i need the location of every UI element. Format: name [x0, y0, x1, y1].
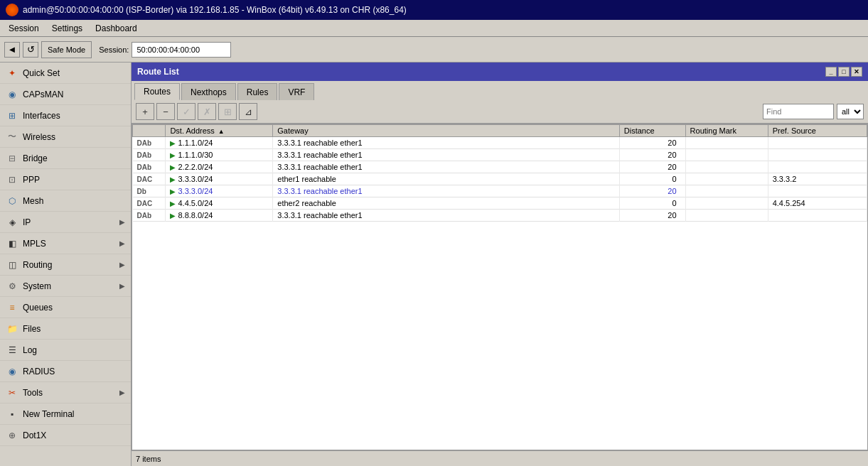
sidebar-label-quick-set: Quick Set — [23, 68, 125, 78]
sidebar-item-routing[interactable]: ◫Routing▶ — [0, 254, 131, 276]
cell-dst: ▶ 3.3.3.0/24 — [166, 185, 273, 197]
route-table: Dst. Address ▲GatewayDistanceRouting Mar… — [132, 124, 868, 450]
tab-routes[interactable]: Routes — [134, 83, 180, 100]
cell-flag: DAb — [133, 161, 166, 173]
cell-distance: 20 — [619, 210, 685, 222]
back-button[interactable]: ◄ — [4, 42, 20, 58]
safe-mode-button[interactable]: Safe Mode — [41, 41, 92, 58]
cell-pref-source — [768, 185, 867, 197]
sidebar-item-bridge[interactable]: ⊟Bridge — [0, 148, 131, 169]
status-text: 7 items — [136, 455, 161, 463]
filter-button[interactable]: ⊿ — [239, 103, 257, 120]
close-button[interactable]: ✕ — [851, 67, 862, 77]
sidebar-item-log[interactable]: ☰Log — [0, 340, 131, 361]
table-row[interactable]: DAC▶ 3.3.3.0/24ether1 reachable03.3.3.2 — [133, 173, 867, 185]
table-row[interactable]: DAC▶ 4.4.5.0/24ether2 reachable04.4.5.25… — [133, 197, 867, 210]
sidebar-item-mesh[interactable]: ⬡Mesh — [0, 190, 131, 212]
menu-settings[interactable]: Settings — [46, 22, 88, 35]
sidebar-label-capsman: CAPsMAN — [23, 90, 125, 99]
title-bar: admin@50:00:00:04:00:00 (ISP-Border) via… — [0, 0, 868, 20]
sidebar-item-new-terminal[interactable]: ▪New Terminal — [0, 403, 131, 425]
ip-icon: ◈ — [6, 216, 18, 229]
col-routing-mark: Routing Mark — [685, 125, 768, 137]
sidebar-item-ppp[interactable]: ⊡PPP — [0, 169, 131, 190]
sidebar-label-wireless: Wireless — [23, 132, 125, 142]
cell-gateway: 3.3.3.1 reachable ether1 — [273, 161, 619, 173]
cell-pref-source — [768, 210, 867, 222]
sidebar-item-mpls[interactable]: ◧MPLS▶ — [0, 233, 131, 254]
sidebar-label-dot1x: Dot1X — [23, 430, 125, 440]
submenu-arrow-routing: ▶ — [119, 261, 125, 269]
cell-gateway: ether1 reachable — [273, 173, 619, 185]
sidebar-label-interfaces: Interfaces — [23, 111, 125, 121]
cell-flag: DAC — [133, 197, 166, 210]
disable-button[interactable]: ✗ — [198, 103, 216, 120]
maximize-button[interactable]: □ — [838, 67, 850, 77]
cell-flag: DAb — [133, 210, 166, 222]
mpls-icon: ◧ — [6, 237, 18, 250]
sidebar-item-system[interactable]: ⚙System▶ — [0, 276, 131, 297]
cell-gateway: 3.3.3.1 reachable ether1 — [273, 185, 619, 197]
table-row[interactable]: DAb▶ 2.2.2.0/243.3.3.1 reachable ether12… — [133, 161, 867, 173]
sidebar-label-routing: Routing — [23, 260, 115, 270]
sidebar-item-dot1x[interactable]: ⊕Dot1X — [0, 425, 131, 446]
action-bar: +−✓✗⊞⊿ all — [132, 100, 868, 124]
sidebar-item-queues[interactable]: ≡Queues — [0, 297, 131, 318]
mesh-icon: ⬡ — [6, 195, 18, 207]
remove-button[interactable]: − — [156, 103, 175, 120]
sidebar-item-radius[interactable]: ◉RADIUS — [0, 361, 131, 382]
cell-pref-source: 4.4.5.254 — [768, 197, 867, 210]
col-dst-address[interactable]: Dst. Address ▲ — [166, 125, 273, 137]
submenu-arrow-system: ▶ — [119, 282, 125, 290]
sidebar-item-tools[interactable]: ✂Tools▶ — [0, 382, 131, 403]
sidebar-item-quick-set[interactable]: ✦Quick Set — [0, 63, 131, 84]
add-button[interactable]: + — [136, 103, 154, 120]
menu-session[interactable]: Session — [3, 22, 45, 35]
tools-icon: ✂ — [6, 386, 18, 399]
tab-vrf[interactable]: VRF — [279, 83, 314, 100]
cell-dst: ▶ 1.1.1.0/30 — [166, 149, 273, 161]
sidebar-item-ip[interactable]: ◈IP▶ — [0, 212, 131, 233]
menu-bar: Session Settings Dashboard — [0, 20, 868, 37]
tab-rules[interactable]: Rules — [237, 83, 278, 100]
minimize-button[interactable]: _ — [825, 67, 837, 77]
cell-routing-mark — [685, 210, 768, 222]
refresh-button[interactable]: ↺ — [23, 42, 38, 58]
window-title-buttons: _ □ ✕ — [825, 67, 862, 77]
cell-dst: ▶ 1.1.1.0/24 — [166, 137, 273, 149]
sidebar-item-files[interactable]: 📁Files — [0, 318, 131, 340]
files-icon: 📁 — [6, 323, 18, 335]
app-logo — [6, 4, 18, 16]
table-row[interactable]: Db▶ 3.3.3.0/243.3.3.1 reachable ether120 — [133, 185, 867, 197]
status-bar: 7 items — [132, 450, 868, 466]
cell-pref-source — [768, 137, 867, 149]
sidebar-label-new-terminal: New Terminal — [23, 409, 125, 419]
cell-pref-source — [768, 149, 867, 161]
enable-button[interactable]: ✓ — [177, 103, 195, 120]
content-area: Route List _ □ ✕ RoutesNexthopsRulesVRF … — [132, 63, 868, 466]
find-dropdown[interactable]: all — [837, 104, 864, 119]
sidebar-item-capsman[interactable]: ◉CAPsMAN — [0, 84, 131, 105]
sidebar-item-wireless[interactable]: 〜Wireless — [0, 126, 131, 148]
menu-dashboard[interactable]: Dashboard — [90, 22, 143, 35]
submenu-arrow-mpls: ▶ — [119, 239, 125, 247]
sidebar-item-interfaces[interactable]: ⊞Interfaces — [0, 105, 131, 126]
window-title-bar: Route List _ □ ✕ — [132, 63, 868, 81]
session-value: 50:00:00:04:00:00 — [132, 42, 231, 58]
find-section: all — [763, 104, 864, 119]
tab-nexthops[interactable]: Nexthops — [181, 83, 236, 100]
table-row[interactable]: DAb▶ 8.8.8.0/243.3.3.1 reachable ether12… — [133, 210, 867, 222]
routing-icon: ◫ — [6, 259, 18, 271]
cell-dst: ▶ 4.4.5.0/24 — [166, 197, 273, 210]
cell-flag: Db — [133, 185, 166, 197]
table-row[interactable]: DAb▶ 1.1.1.0/243.3.3.1 reachable ether12… — [133, 137, 867, 149]
find-input[interactable] — [763, 104, 834, 119]
cell-routing-mark — [685, 161, 768, 173]
toolbar: ◄ ↺ Safe Mode Session: 50:00:00:04:00:00 — [0, 37, 868, 63]
cell-pref-source: 3.3.3.2 — [768, 173, 867, 185]
table-row[interactable]: DAb▶ 1.1.1.0/303.3.3.1 reachable ether12… — [133, 149, 867, 161]
copy-button[interactable]: ⊞ — [218, 103, 237, 120]
col-pref-source: Pref. Source — [768, 125, 867, 137]
radius-icon: ◉ — [6, 365, 18, 378]
cell-distance: 20 — [619, 149, 685, 161]
